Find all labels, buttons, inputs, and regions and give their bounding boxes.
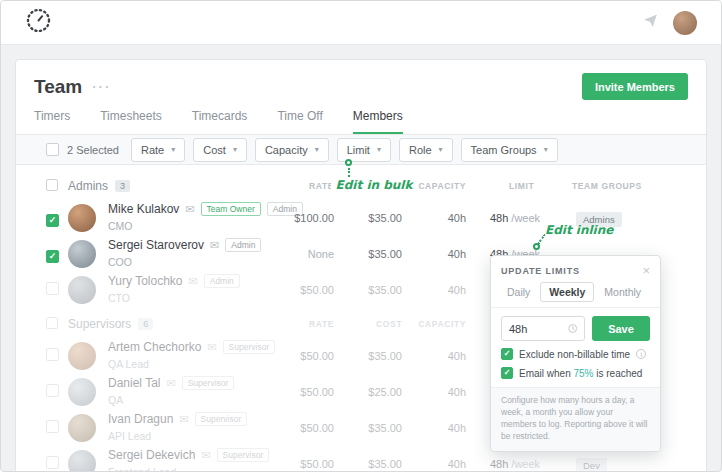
column-header-limit: LIMIT [466,181,570,191]
chevron-down-icon: ▾ [377,145,381,154]
edit-inline-annotation: Edit inline [545,223,613,237]
user-avatar[interactable] [673,11,697,35]
invite-members-button[interactable]: Invite Members [582,73,688,100]
save-button[interactable]: Save [592,316,650,341]
close-icon[interactable]: × [642,264,650,277]
cost-cell[interactable]: $25.00 [334,386,402,398]
title-menu-icon[interactable]: ··· [92,79,111,94]
tab-timecards[interactable]: Timecards [192,109,248,134]
topbar [1,1,721,45]
filter-capacity-dropdown[interactable]: Capacity ▾ [255,138,329,162]
popup-help-text: Configure how many hours a day, a week, … [491,387,660,451]
member-name[interactable]: Sergei Staroverov [108,238,204,252]
row-checkbox[interactable] [46,420,59,433]
filter-limit-dropdown[interactable]: Limit ▾ [337,138,391,162]
rate-cell[interactable]: None [244,248,334,260]
limit-period-tabs: Daily Weekly Monthly [491,282,660,308]
member-name[interactable]: Mike Kulakov [108,202,179,216]
avatar [68,378,96,406]
capacity-cell[interactable]: 40h [402,212,466,224]
tab-timesheets[interactable]: Timesheets [100,109,162,134]
row-checkbox[interactable] [46,348,59,361]
capacity-cell[interactable]: 40h [402,350,466,362]
cost-cell[interactable]: $35.00 [334,458,402,470]
rate-cell[interactable]: $50.00 [244,284,334,296]
app-logo-icon[interactable] [25,7,52,38]
chevron-down-icon: ▾ [171,145,175,154]
member-name[interactable]: Yury Tolochko [108,274,183,288]
select-all-checkbox[interactable] [46,143,59,156]
rate-cell[interactable]: $50.00 [244,422,334,434]
member-title: CMO [108,220,133,232]
cost-cell[interactable]: $35.00 [334,248,402,260]
cost-cell[interactable]: $35.00 [334,350,402,362]
limit-cell[interactable]: 48h/week [466,458,570,470]
filter-role-dropdown[interactable]: Role ▾ [399,138,453,162]
role-badge: Supervisor [195,412,248,426]
section-tabs: Timers Timesheets Timecards Time Off Mem… [16,100,706,134]
member-name[interactable]: Sergei Dekevich [108,448,195,462]
tab-weekly[interactable]: Weekly [540,282,594,302]
exclude-non-billable-checkbox[interactable]: ✓ [501,348,513,360]
envelope-icon: ✉ [166,377,175,390]
app-window: Team ··· Invite Members Timers Timesheet… [0,0,722,472]
filter-cost-dropdown[interactable]: Cost ▾ [193,138,247,162]
team-groups-cell[interactable]: Dev [570,455,688,472]
capacity-cell[interactable]: 40h [402,422,466,434]
rate-cell[interactable]: $100.00 [244,212,334,224]
rate-cell[interactable]: $50.00 [244,386,334,398]
column-header-capacity: CAPACITY [402,319,466,329]
group-checkbox[interactable] [46,317,58,329]
tab-members[interactable]: Members [353,109,403,134]
selected-count-label: 2 Selected [67,144,119,156]
capacity-cell[interactable]: 40h [402,248,466,260]
update-limits-popup: UPDATE LIMITS × Daily Weekly Monthly Sav… [490,255,661,452]
send-icon[interactable] [642,12,659,33]
row-checkbox[interactable]: ✓ [46,214,59,227]
capacity-cell[interactable]: 40h [402,284,466,296]
tab-time-off[interactable]: Time Off [277,109,322,134]
member-name[interactable]: Daniel Tal [108,376,160,390]
avatar [68,204,96,232]
envelope-icon: ✉ [189,275,198,288]
tab-monthly[interactable]: Monthly [596,283,649,301]
edit-in-bulk-dotted-line [348,168,350,177]
row-checkbox[interactable] [46,456,59,469]
group-checkbox[interactable] [46,179,58,191]
capacity-cell[interactable]: 40h [402,386,466,398]
member-title: Frontend Lead [108,466,176,472]
group-count-badge: 6 [138,318,153,330]
member-title: COO [108,256,132,268]
tab-daily[interactable]: Daily [499,283,538,301]
limit-input[interactable] [509,323,568,335]
group-name[interactable]: Supervisors [68,317,131,331]
cost-cell[interactable]: $35.00 [334,212,402,224]
column-header-rate: RATE [244,181,334,191]
filter-rate-dropdown[interactable]: Rate ▾ [131,138,185,162]
envelope-icon: ✉ [201,449,210,462]
cost-cell[interactable]: $35.00 [334,422,402,434]
column-header-rate: RATE [244,319,334,329]
filter-team-groups-dropdown[interactable]: Team Groups ▾ [461,138,558,162]
avatar [68,342,96,370]
email-alert-checkbox[interactable]: ✓ [501,367,513,379]
member-title: QA [108,394,123,406]
rate-cell[interactable]: $50.00 [244,458,334,470]
rate-cell[interactable]: $50.00 [244,350,334,362]
group-count-badge: 3 [115,180,130,192]
member-name[interactable]: Artem Chechorko [108,340,201,354]
avatar [68,450,96,472]
cost-cell[interactable]: $35.00 [334,284,402,296]
email-alert-label: Email when 75% is reached [519,368,642,379]
row-checkbox[interactable]: ✓ [46,250,59,263]
row-checkbox[interactable] [46,384,59,397]
page-title: Team [34,76,82,98]
percent-threshold-link[interactable]: 75% [573,368,593,379]
chevron-down-icon: ▾ [315,145,319,154]
edit-in-bulk-target-dot[interactable] [345,159,352,166]
group-name[interactable]: Admins [68,179,108,193]
tab-timers[interactable]: Timers [34,109,70,134]
member-name[interactable]: Ivan Dragun [108,412,173,426]
capacity-cell[interactable]: 40h [402,458,466,470]
row-checkbox[interactable] [46,282,59,295]
